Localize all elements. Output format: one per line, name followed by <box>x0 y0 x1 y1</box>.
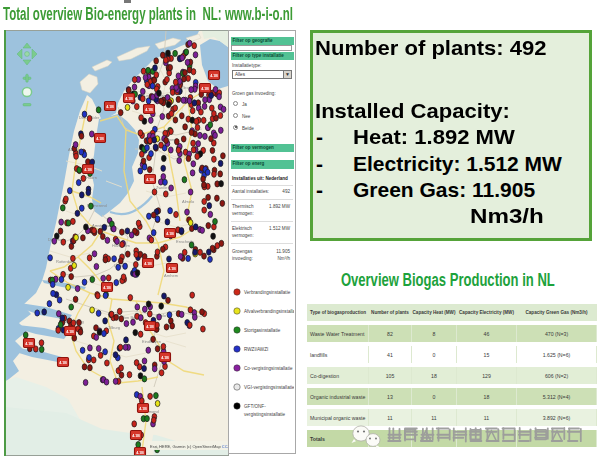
svg-text:vergistingsinstallatie: vergistingsinstallatie <box>244 412 286 417</box>
svg-text:4.1B: 4.1B <box>139 407 147 411</box>
svg-text:4.1B: 4.1B <box>146 178 154 182</box>
svg-text:4.1B: 4.1B <box>25 342 33 346</box>
svg-text:4.1B: 4.1B <box>136 451 144 455</box>
svg-text:4.1B: 4.1B <box>59 361 67 365</box>
svg-text:4.1B: 4.1B <box>96 137 104 141</box>
svg-text:4.1B: 4.1B <box>103 286 111 290</box>
svg-text:Co-vergistingsinstallatie: Co-vergistingsinstallatie <box>244 366 293 371</box>
svg-text:Stortgasinstallatie: Stortgasinstallatie <box>244 328 281 333</box>
svg-text:RWZI/AWZI: RWZI/AWZI <box>244 347 268 352</box>
svg-text:4.1B: 4.1B <box>84 168 92 172</box>
svg-text:Arnhem: Arnhem <box>164 273 179 278</box>
svg-text:4.1B: 4.1B <box>144 262 152 266</box>
svg-text:Almelo: Almelo <box>182 199 195 204</box>
svg-text:4.1B: 4.1B <box>106 105 114 109</box>
svg-text:Afvalverbrandingsinstallatie: Afvalverbrandingsinstallatie <box>244 309 294 314</box>
svg-text:4.1B: 4.1B <box>166 232 174 236</box>
svg-text:Tilburg: Tilburg <box>108 325 120 330</box>
svg-text:VGI-vergistingsinstallatie: VGI-vergistingsinstallatie <box>244 385 294 390</box>
svg-text:4.1B: 4.1B <box>201 87 209 91</box>
svg-text:Zwolle: Zwolle <box>156 185 168 190</box>
svg-text:Esri, HERE, Garmin (c) OpenStr: Esri, HERE, Garmin (c) OpenStreetMap CC-… <box>150 444 228 449</box>
svg-text:4.1B: 4.1B <box>161 356 169 360</box>
svg-text:4.1B: 4.1B <box>168 267 176 271</box>
svg-text:4.1B: 4.1B <box>125 97 133 101</box>
svg-text:GFT/ONF-: GFT/ONF- <box>244 404 266 409</box>
svg-text:4.1B: 4.1B <box>66 330 74 334</box>
svg-text:Verbrandingsinstallatie: Verbrandingsinstallatie <box>244 290 291 295</box>
svg-text:4.1B: 4.1B <box>145 108 153 112</box>
svg-text:4.1B: 4.1B <box>132 434 140 438</box>
svg-text:4.1B: 4.1B <box>210 74 218 78</box>
svg-text:4.1B: 4.1B <box>146 325 154 329</box>
